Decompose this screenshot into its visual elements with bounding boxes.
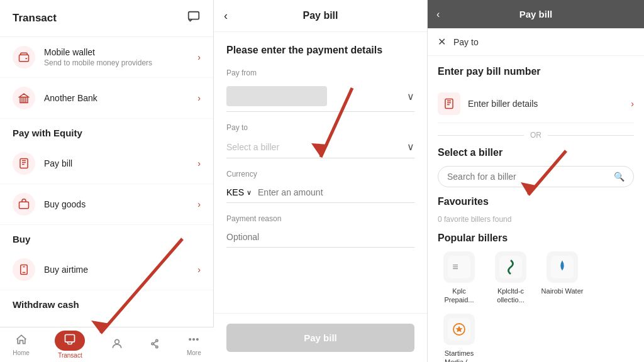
popular-billers-grid: ≡ Kplc Prepaid... Kplcltd-c ollecti (438, 251, 634, 362)
search-biller-box[interactable]: 🔍 (438, 166, 634, 187)
search-biller-input[interactable] (447, 172, 614, 182)
more-icon (187, 333, 200, 348)
payment-reason-label: Payment reason (226, 214, 414, 223)
select-biller-title: Select a biller (438, 147, 634, 158)
or-line-right (548, 135, 634, 136)
menu-item-buy-airtime[interactable]: Buy airtime › (0, 250, 213, 290)
section-label-withdraw: Withdraw cash (0, 290, 213, 315)
nav-more[interactable]: More (182, 331, 206, 359)
panel3-back-button[interactable]: ‹ (436, 9, 440, 20)
popular-item-kplc-collection[interactable]: Kplcltd-c ollectio... (489, 251, 532, 305)
chevron-right-icon: › (197, 52, 201, 62)
or-line-left (438, 135, 524, 136)
panel2-footer: Pay bill (214, 313, 427, 362)
person-icon (111, 337, 123, 353)
transact-panel: Transact Mobile wallet Send to mobile mo… (0, 0, 214, 362)
kplc-label: Kplc Prepaid... (438, 287, 480, 305)
svg-point-11 (193, 339, 195, 341)
pay-from-filled (226, 86, 327, 106)
pay-to-subheader-label: Pay to (453, 37, 479, 47)
pay-from-group: Pay from ∨ (226, 69, 414, 112)
chevron-right-icon: › (197, 158, 201, 168)
svg-point-6 (115, 339, 119, 344)
pay-bill-button[interactable]: Pay bill (226, 324, 414, 352)
back-button[interactable]: ‹ (224, 9, 228, 23)
chevron-right-icon: › (197, 265, 201, 275)
biller-select[interactable]: Select a biller ∨ (226, 136, 414, 158)
pay-to-label: Pay to (226, 123, 414, 132)
favourites-title: Favourites (438, 196, 634, 207)
currency-label: Currency (226, 170, 414, 178)
menu-item-buy-goods[interactable]: Buy goods › (0, 184, 213, 225)
bottom-navigation: Home Transact (0, 327, 214, 362)
section-label-pay-equity: Pay with Equity (0, 119, 213, 143)
panel3-title: Pay bill (519, 9, 553, 19)
chat-icon (187, 10, 201, 26)
favourites-subtitle: 0 favorite billers found (438, 215, 634, 224)
pay-from-select[interactable]: ∨ (226, 81, 414, 112)
airtime-icon (13, 258, 35, 281)
buy-airtime-text: Buy airtime (44, 265, 197, 275)
search-icon: 🔍 (614, 172, 625, 182)
kplc-collection-label: Kplcltd-c ollectio... (489, 287, 532, 305)
nairobi-water-icon (547, 251, 578, 283)
send-icon (148, 337, 161, 353)
or-divider: OR (438, 131, 634, 140)
currency-select[interactable]: KES ∨ (226, 187, 252, 197)
nav-person[interactable] (106, 335, 128, 355)
biller-placeholder: Select a biller (226, 142, 279, 152)
menu-item-mobile-wallet[interactable]: Mobile wallet Send to mobile money provi… (0, 37, 213, 78)
nav-home[interactable]: Home (8, 331, 35, 359)
panel2-header: ‹ Pay bill (214, 0, 427, 32)
buy-goods-text: Buy goods (44, 199, 197, 209)
svg-point-10 (189, 339, 191, 341)
svg-rect-5 (65, 335, 75, 343)
section-label-buy: Buy (0, 225, 213, 250)
panel2-body: Please enter the payment details Pay fro… (214, 32, 427, 313)
bill-icon (13, 152, 35, 175)
home-icon (15, 333, 28, 348)
dropdown-chevron-icon: ∨ (407, 90, 414, 102)
svg-rect-3 (19, 202, 29, 209)
goods-icon (13, 193, 35, 216)
panel3-header: ‹ Pay bill (428, 0, 644, 28)
svg-point-12 (197, 339, 199, 341)
menu-item-pay-bill[interactable]: Pay bill › (0, 143, 213, 184)
pay-to-group: Pay to Select a biller ∨ (226, 123, 414, 158)
mobile-wallet-text: Mobile wallet Send to mobile money provi… (44, 47, 197, 67)
svg-text:≡: ≡ (452, 261, 458, 272)
amount-input[interactable] (258, 187, 414, 197)
dropdown-chevron-icon: ∨ (407, 141, 414, 153)
startimes-label: Startimes Media (... (438, 349, 480, 362)
payment-reason-group: Payment reason (226, 214, 414, 248)
popular-item-startimes[interactable]: Startimes Media (... (438, 314, 480, 362)
popular-item-kplc[interactable]: ≡ Kplc Prepaid... (438, 251, 480, 305)
svg-point-8 (156, 339, 158, 341)
favourites-section: Favourites 0 favorite billers found (438, 196, 634, 224)
menu-item-another-bank[interactable]: Another Bank › (0, 78, 213, 119)
kplc-collection-icon (495, 251, 526, 283)
payment-reason-input[interactable] (226, 227, 414, 248)
popular-item-nairobi-water[interactable]: Nairobi Water (541, 251, 584, 305)
enter-biller-details-label: Enter biller details (468, 99, 631, 109)
transact-icon-wrap (55, 331, 85, 351)
close-icon[interactable]: ✕ (438, 36, 446, 48)
nav-send[interactable] (143, 335, 166, 355)
nav-transact[interactable]: Transact (50, 328, 90, 361)
panel2-title: Pay bill (303, 10, 338, 21)
currency-row: KES ∨ (226, 182, 414, 203)
panel3-body: Enter pay bill number Enter biller detai… (428, 56, 644, 362)
biller-entry-icon (438, 92, 460, 115)
popular-billers-title: Popular billers (438, 233, 634, 244)
svg-rect-14 (448, 256, 470, 278)
panel1-title: Transact (13, 12, 57, 25)
svg-rect-1 (19, 55, 29, 62)
nairobi-water-label: Nairobi Water (541, 287, 584, 295)
another-bank-text: Another Bank (44, 93, 197, 103)
pay-bill-form-panel: ‹ Pay bill Please enter the payment deta… (214, 0, 428, 362)
enter-bill-number-title: Enter pay bill number (438, 66, 634, 77)
wallet-icon (13, 46, 35, 69)
enter-biller-details-row[interactable]: Enter biller details › (438, 85, 634, 123)
svg-rect-0 (189, 12, 199, 19)
svg-point-9 (156, 346, 158, 348)
